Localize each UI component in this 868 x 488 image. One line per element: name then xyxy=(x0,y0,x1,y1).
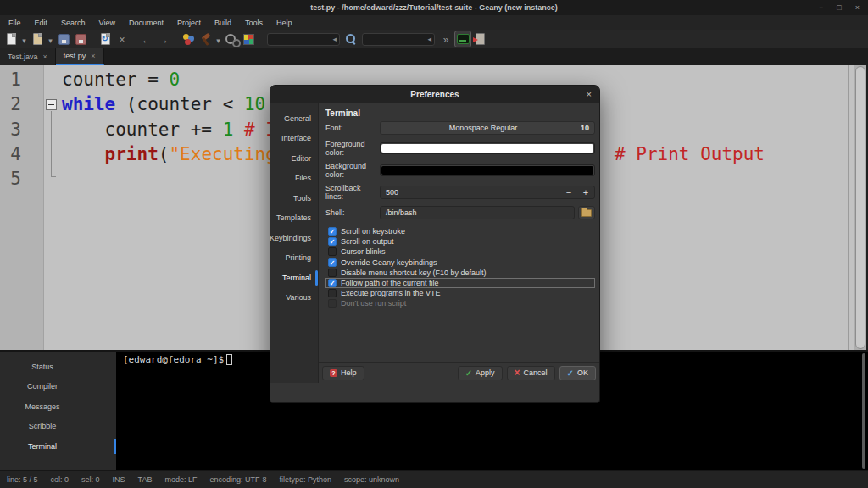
checkbox-label: Follow path of the current file xyxy=(341,279,439,287)
prefs-sidebar-item-various[interactable]: Various xyxy=(270,288,318,308)
close-document-button[interactable]: × xyxy=(114,30,131,47)
dialog-close-icon[interactable]: × xyxy=(587,86,592,103)
font-label: Font: xyxy=(326,124,380,132)
help-button[interactable]: Help xyxy=(322,366,364,380)
checkbox-override-geany-keybindings[interactable]: ✓Override Geany keybindings xyxy=(326,258,595,268)
terminal-scrollbar[interactable] xyxy=(862,353,865,469)
panel-tab-status[interactable]: Status xyxy=(0,357,116,377)
checkbox-follow-path-of-the-current-file[interactable]: ✓Follow path of the current file xyxy=(326,278,595,288)
tab-close-icon[interactable]: × xyxy=(91,52,95,60)
spin-increment-button[interactable]: + xyxy=(577,187,594,197)
checkbox-execute-programs-in-the-vte[interactable]: Execute programs in the VTE xyxy=(326,288,595,298)
search-input[interactable]: ◂ xyxy=(267,33,340,46)
checkbox-checked-icon[interactable]: ✓ xyxy=(328,227,337,236)
scrollback-spinbox[interactable]: 500 − + xyxy=(380,186,595,199)
menu-document[interactable]: Document xyxy=(122,17,170,29)
terminal-prompt: [edward@fedora ~]$ xyxy=(123,354,224,365)
prefs-sidebar-item-keybindings[interactable]: Keybindings xyxy=(270,228,318,248)
checkbox-checked-icon[interactable]: ✓ xyxy=(328,258,337,267)
build-button[interactable] xyxy=(197,30,214,47)
prefs-sidebar-item-terminal[interactable]: Terminal xyxy=(270,268,318,288)
apply-button[interactable]: Apply xyxy=(458,366,503,380)
background-color-button[interactable] xyxy=(380,164,595,176)
foreground-color-button[interactable] xyxy=(380,142,595,154)
foreground-color-label: Foreground color: xyxy=(326,140,380,157)
checkbox-unchecked-icon[interactable] xyxy=(328,269,337,277)
open-file-button[interactable] xyxy=(29,30,46,47)
panel-tab-terminal[interactable]: Terminal xyxy=(0,436,116,457)
menu-build[interactable]: Build xyxy=(208,17,238,29)
prefs-sidebar-item-interface[interactable]: Interface xyxy=(270,129,318,149)
maximize-icon[interactable]: □ xyxy=(837,0,841,15)
navigate-forward-button[interactable]: → xyxy=(155,30,172,47)
reload-button[interactable]: ↻ xyxy=(97,30,114,47)
line-number: 4 xyxy=(0,142,21,167)
ok-button[interactable]: OK xyxy=(559,366,596,380)
prefs-sidebar-item-files[interactable]: Files xyxy=(270,169,318,189)
fold-marker-icon[interactable] xyxy=(46,99,57,110)
minimize-icon[interactable]: − xyxy=(819,0,823,15)
open-file-dropdown[interactable]: ▾ xyxy=(46,30,55,47)
build-dropdown[interactable]: ▾ xyxy=(214,30,223,47)
navigate-back-button[interactable]: ← xyxy=(138,30,155,47)
terminal-toggle-button[interactable] xyxy=(454,30,471,47)
save-all-button[interactable] xyxy=(72,30,89,47)
fold-line xyxy=(51,111,52,176)
chevron-down-icon: ▾ xyxy=(22,33,26,46)
window-controls: − □ × xyxy=(819,0,860,15)
cancel-button[interactable]: Cancel xyxy=(507,366,555,380)
status-col: col: 0 xyxy=(51,475,70,484)
save-button[interactable] xyxy=(55,30,72,47)
checkbox-checked-icon[interactable]: ✓ xyxy=(328,237,337,246)
checkbox-unchecked-icon[interactable] xyxy=(328,289,337,297)
find-button[interactable] xyxy=(342,30,359,47)
dialog-titlebar[interactable]: Preferences × xyxy=(270,86,599,103)
compile-button[interactable] xyxy=(180,30,197,47)
color-chooser-button[interactable] xyxy=(240,30,257,47)
checkbox-scroll-on-keystroke[interactable]: ✓Scroll on keystroke xyxy=(326,226,595,236)
run-button[interactable] xyxy=(223,30,240,47)
prefs-sidebar-item-general[interactable]: General xyxy=(270,108,318,129)
checkbox-scroll-on-output[interactable]: ✓Scroll on output xyxy=(326,236,595,247)
tab-close-icon[interactable]: × xyxy=(43,53,47,61)
checkbox-cursor-blinks[interactable]: Cursor blinks xyxy=(326,247,595,257)
panel-tab-compiler[interactable]: Compiler xyxy=(0,377,116,397)
goto-line-button[interactable]: » xyxy=(437,30,454,47)
spin-decrement-button[interactable]: − xyxy=(560,187,577,197)
menu-tools[interactable]: Tools xyxy=(238,17,270,29)
floppy-red-icon xyxy=(75,34,86,45)
editor-scrollbar[interactable] xyxy=(854,65,866,350)
panel-tab-messages[interactable]: Messages xyxy=(0,396,116,417)
long-line-marker xyxy=(848,65,849,350)
terminal-font-button[interactable]: Monospace Regular 10 xyxy=(380,121,595,135)
menu-project[interactable]: Project xyxy=(170,17,208,29)
shell-browse-button[interactable] xyxy=(578,206,595,219)
panel-tab-scribble[interactable]: Scribble xyxy=(0,417,116,437)
clear-entry-icon[interactable]: ◂ xyxy=(427,34,431,45)
scrollback-value[interactable]: 500 xyxy=(381,188,560,197)
tab-test-py[interactable]: test.py× xyxy=(56,48,104,65)
window-title: test.py - /home/edward/zzz/Tutorial/test… xyxy=(0,3,868,12)
checkbox-unchecked-icon[interactable] xyxy=(328,247,337,256)
goto-line-input[interactable]: ◂ xyxy=(362,33,435,46)
quit-button[interactable] xyxy=(471,30,488,47)
shell-input[interactable]: /bin/bash xyxy=(380,206,575,219)
prefs-sidebar-item-templates[interactable]: Templates xyxy=(270,208,318,229)
menu-help[interactable]: Help xyxy=(270,17,299,29)
prefs-sidebar-item-printing[interactable]: Printing xyxy=(270,248,318,269)
clear-entry-icon[interactable]: ◂ xyxy=(332,34,337,45)
editor-scrollbar-thumb[interactable] xyxy=(855,66,865,349)
menu-search[interactable]: Search xyxy=(54,17,92,29)
menu-file[interactable]: File xyxy=(2,17,28,29)
checkbox-disable-menu-shortcut-key-f10-by-default-[interactable]: Disable menu shortcut key (F10 by defaul… xyxy=(326,268,595,278)
checkbox-checked-icon[interactable]: ✓ xyxy=(328,279,337,287)
folder-icon xyxy=(581,209,592,217)
new-file-dropdown[interactable]: ▾ xyxy=(19,30,29,47)
prefs-sidebar-item-editor[interactable]: Editor xyxy=(270,148,318,169)
prefs-sidebar-item-tools[interactable]: Tools xyxy=(270,188,318,208)
tab-test-java[interactable]: Test.java× xyxy=(0,48,56,65)
close-icon[interactable]: × xyxy=(855,0,860,15)
menu-edit[interactable]: Edit xyxy=(28,17,55,29)
menu-view[interactable]: View xyxy=(92,17,122,29)
new-file-button[interactable] xyxy=(3,30,19,47)
